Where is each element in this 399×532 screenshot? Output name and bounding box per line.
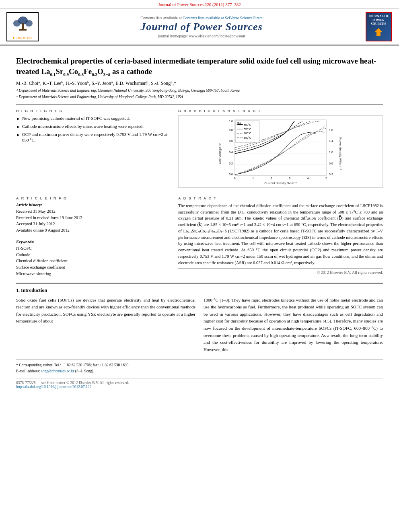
- introduction-title: 1. Introduction: [16, 288, 383, 294]
- received-date: Received 31 May 2012: [16, 208, 170, 215]
- highlight-item-3: ► OCP and maximum power density were res…: [16, 131, 170, 144]
- keyword-1: IT-SOFC: [16, 245, 170, 252]
- email-author: (S.-J. Song).: [75, 369, 95, 373]
- svg-text:0: 0: [234, 177, 236, 180]
- highlight-text-3: OCP and maximum power density were respe…: [22, 131, 170, 144]
- issn-line: 0378-7753/$ — see front matter © 2012 El…: [16, 381, 383, 385]
- svg-text:1.8: 1.8: [329, 128, 333, 131]
- highlight-text-1: New promising cathode material of IT-SOF…: [22, 115, 130, 121]
- svg-text:0.6: 0.6: [329, 162, 333, 165]
- abstract-label: A B S T R A C T: [178, 196, 383, 200]
- article-title-text1: Electrochemical properties of ceria-base…: [16, 57, 376, 76]
- svg-text:0.4: 0.4: [229, 151, 233, 154]
- keyword-4: Surface exchange coefficient: [16, 264, 170, 271]
- journal-logo-right-area: JOURNAL OFPOWERSOURCES: [364, 12, 393, 41]
- article-info-label: A R T I C L E I N F O: [16, 196, 170, 200]
- section-title: Introduction: [21, 288, 47, 293]
- svg-text:500°C: 500°C: [244, 123, 251, 126]
- elsevier-logo-area: ELSEVIER: [6, 12, 39, 41]
- graphical-abstract-chart: Cell Voltage /V Power density /W/cm⁻² Cu…: [178, 115, 383, 188]
- svg-point-3: [25, 20, 33, 27]
- svg-text:550°C: 550°C: [244, 127, 251, 130]
- main-content: Electrochemical properties of ceria-base…: [0, 45, 399, 397]
- highlight-text-2: Cathode microstructure effects by microw…: [22, 123, 144, 129]
- svg-text:0.6: 0.6: [229, 140, 233, 142]
- copyright-line: © 2012 Elsevier B.V. All rights reserved…: [178, 268, 383, 275]
- abstract-text: The temperature dependence of the chemic…: [178, 203, 383, 266]
- doi-link[interactable]: http://dx.doi.org/10.1016/j.jpowsour.201…: [16, 385, 91, 389]
- email-label: E-mail address:: [16, 369, 41, 373]
- power-sources-icon: [368, 26, 389, 38]
- introduction-section: 1. Introduction Solid oxide fuel cells (…: [16, 283, 383, 353]
- highlight-item-1: ► New promising cathode material of IT-S…: [16, 115, 170, 122]
- svg-text:1.4: 1.4: [329, 140, 333, 142]
- elsevier-logo-image: [9, 14, 37, 35]
- footnote-section: * Corresponding author. Tel.: +1 82 62 5…: [16, 359, 383, 374]
- svg-text:4: 4: [307, 177, 309, 180]
- keyword-5: Microwave sintering: [16, 271, 170, 277]
- graphical-abstract-column: G R A P H I C A L A B S T R A C T Cell V…: [178, 109, 383, 188]
- highlight-arrow-3: ►: [16, 132, 21, 138]
- keywords-section: Keywords: IT-SOFC Cathode Chemical diffu…: [16, 237, 170, 277]
- svg-text:600°C: 600°C: [244, 132, 251, 135]
- svg-text:0.8: 0.8: [229, 128, 233, 131]
- intro-right-column: 1000 °C [1–3]. They have rapid electrode…: [204, 297, 383, 353]
- keyword-2: Cathode: [16, 252, 170, 258]
- article-title-text2: as a cathode: [110, 67, 152, 76]
- journal-title-area: Contents lists available at Contents lis…: [43, 16, 360, 38]
- article-info-column: A R T I C L E I N F O Article history: R…: [16, 196, 170, 277]
- affiliation-b: ᵇ Department of Materials Science and En…: [16, 94, 383, 100]
- article-title: Electrochemical properties of ceria-base…: [16, 56, 383, 77]
- svg-rect-4: [22, 23, 24, 30]
- svg-point-2: [13, 20, 21, 27]
- highlights-label: H I G H L I G H T S: [16, 109, 170, 113]
- elsevier-text: ELSEVIER: [9, 36, 36, 40]
- available-date: Available online 9 August 2012: [16, 227, 170, 234]
- svg-text:3: 3: [289, 177, 290, 180]
- y-axis-left-label: Cell Voltage /V: [218, 143, 222, 164]
- highlight-arrow-2: ►: [16, 124, 21, 130]
- x-axis-label: Current density /Acm⁻²: [264, 181, 297, 185]
- article-history-label: Article history:: [16, 203, 170, 207]
- journal-header: ELSEVIER Contents lists available at Con…: [0, 9, 399, 45]
- iv-chart-svg: Cell Voltage /V Power density /W/cm⁻² Cu…: [179, 116, 383, 187]
- sciverse-link[interactable]: Contents lists available at SciVerse Sci…: [183, 16, 263, 20]
- svg-text:650°C: 650°C: [244, 136, 251, 139]
- svg-text:2: 2: [271, 177, 272, 180]
- intro-left-column: Solid oxide fuel cells (SOFCs) are devic…: [16, 297, 195, 353]
- keywords-label: Keywords:: [16, 240, 170, 244]
- email-link[interactable]: song@chonnam.ac.kr: [41, 369, 74, 373]
- abstract-column: A B S T R A C T The temperature dependen…: [178, 196, 383, 277]
- highlights-column: H I G H L I G H T S ► New promising cath…: [16, 109, 170, 188]
- section-number: 1.: [16, 288, 20, 293]
- intro-right-text: 1000 °C [1–3]. They have rapid electrode…: [204, 297, 383, 353]
- keyword-3: Chemical diffusion coefficient: [16, 258, 170, 264]
- svg-text:0.0: 0.0: [229, 173, 233, 176]
- journal-reference-bar: Journal of Power Sources 220 (2012) 377–…: [0, 0, 399, 9]
- accepted-date: Accepted 31 July 2012: [16, 221, 170, 227]
- intro-two-col: Solid oxide fuel cells (SOFCs) are devic…: [16, 297, 383, 353]
- email-footnote: E-mail address: song@chonnam.ac.kr (S.-J…: [16, 368, 383, 374]
- y-axis-right-label: Power density /W/cm⁻²: [339, 137, 342, 170]
- affiliation-a: ᵃ Department of Materials Science and En…: [16, 88, 383, 93]
- authors-line: M.-B. Choiᵃ, K.-T. Leeᵇ, H.-S. Yoonᵇ, S.…: [16, 80, 383, 86]
- svg-text:0.2: 0.2: [229, 162, 233, 165]
- bottom-bar: 0378-7753/$ — see front matter © 2012 El…: [16, 378, 383, 389]
- highlight-arrow-1: ►: [16, 116, 21, 122]
- article-title-formula: 0.1: [50, 72, 56, 76]
- svg-text:1.0: 1.0: [229, 120, 233, 123]
- journal-reference-text: Journal of Power Sources 220 (2012) 377–…: [158, 2, 241, 7]
- svg-text:5: 5: [325, 177, 327, 180]
- doi-line: http://dx.doi.org/10.1016/j.jpowsour.201…: [16, 385, 383, 389]
- power-sources-badge: JOURNAL OFPOWERSOURCES: [366, 12, 392, 41]
- highlights-graphical-section: H I G H L I G H T S ► New promising cath…: [16, 105, 383, 188]
- corresponding-author-footnote: * Corresponding author. Tel.: +1 82 62 5…: [16, 362, 383, 368]
- svg-text:1.0: 1.0: [329, 151, 333, 154]
- svg-marker-6: [374, 28, 383, 36]
- svg-text:(a): (a): [237, 121, 241, 125]
- sciverse-line: Contents lists available at Contents lis…: [43, 16, 360, 20]
- journal-homepage: journal homepage: www.elsevier.com/locat…: [43, 34, 360, 38]
- svg-rect-5: [19, 29, 27, 31]
- article-info-abstract-section: A R T I C L E I N F O Article history: R…: [16, 192, 383, 277]
- highlight-item-2: ► Cathode microstructure effects by micr…: [16, 123, 170, 130]
